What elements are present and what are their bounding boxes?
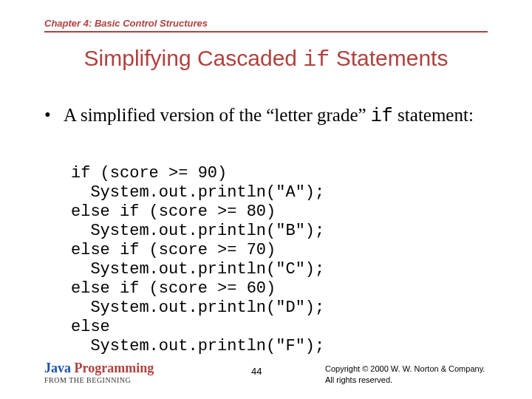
page-title: Simplifying Cascaded if Statements — [0, 46, 532, 72]
code-block: if (score >= 90) System.out.println("A")… — [71, 164, 324, 356]
title-code: if — [303, 47, 330, 72]
footer-title: Java Programming — [44, 361, 154, 376]
footer-java: Java — [44, 361, 71, 375]
page-number: 44 — [251, 366, 262, 377]
bullet-pre: A simplified version of the “letter grad… — [64, 105, 371, 125]
bullet-text: A simplified version of the “letter grad… — [64, 103, 474, 128]
bullet-list: • A simplified version of the “letter gr… — [44, 103, 488, 128]
bullet-code: if — [371, 106, 393, 127]
copyright-line-1: Copyright © 2000 W. W. Norton & Company. — [325, 364, 517, 375]
footer-subtitle: FROM THE BEGINNING — [44, 376, 154, 384]
bullet-marker: • — [44, 103, 64, 128]
copyright: Copyright © 2000 W. W. Norton & Company.… — [325, 364, 517, 386]
chapter-label: Chapter 4: Basic Control Structures — [44, 18, 208, 29]
title-post: Statements — [330, 46, 448, 70]
bullet-post: statement: — [393, 105, 474, 125]
divider — [44, 31, 488, 33]
title-pre: Simplifying Cascaded — [84, 46, 304, 70]
footer-programming: Programming — [71, 361, 154, 375]
footer-branding: Java Programming FROM THE BEGINNING — [44, 361, 154, 384]
bullet-item: • A simplified version of the “letter gr… — [44, 103, 488, 128]
copyright-line-2: All rights reserved. — [325, 375, 517, 386]
